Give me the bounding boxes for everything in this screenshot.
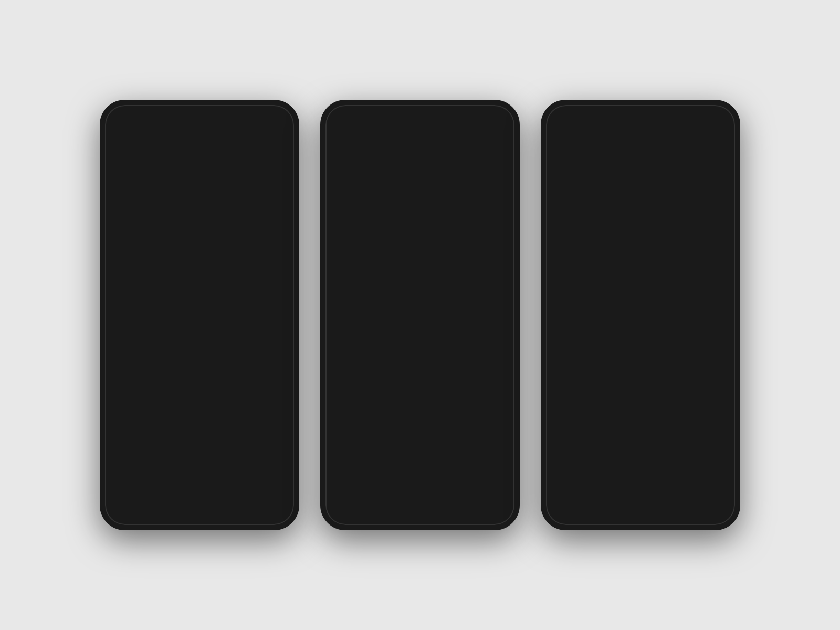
app-mivideo[interactable]: ▶ Mi Видео xyxy=(696,121,731,186)
app-settings[interactable]: ⚙️ Настройки xyxy=(332,277,365,326)
app-rustore[interactable]: Ru RuStore xyxy=(696,324,731,395)
app-xiaomi-service[interactable]: Mi+ Xiaomi Service+ xyxy=(586,187,622,257)
dock-3-messages[interactable]: 💬 xyxy=(585,478,612,505)
microphone-icon[interactable]: 🎤 xyxy=(468,200,479,210)
app-conductor[interactable]: 📁 Проводник xyxy=(623,324,658,395)
app-ozon[interactable]: OZON OZON xyxy=(659,187,695,257)
mtc-label: Мой МТС xyxy=(666,353,687,359)
app-sber[interactable]: 🏦 2 СберБанк xyxy=(586,258,622,323)
themes-icon: 🖌 xyxy=(478,236,505,264)
app-clock[interactable]: ⏰ Часы xyxy=(623,121,658,186)
security-icon: 🛡 xyxy=(371,280,398,308)
app-youtube[interactable]: YouTube xyxy=(403,277,437,326)
mistore-icon: Mi xyxy=(628,189,653,214)
app-calc[interactable]: = Калькулятор xyxy=(550,121,585,186)
miui-icon xyxy=(555,189,581,214)
notes-icon: 📝 xyxy=(664,123,689,148)
app-themes[interactable]: 🖌 Темы xyxy=(475,233,508,275)
search-bar[interactable]: G 🎤 xyxy=(336,192,504,217)
svg-line-1 xyxy=(491,206,493,207)
app-disk[interactable]: ☁ Диск xyxy=(659,258,695,323)
mivideo-label: Mi Видео xyxy=(703,150,723,155)
svg-point-0 xyxy=(488,202,492,206)
phone-1-screen: ✦ ▲▲▲ ▲ 56% 15 41 02 Май Четверг 📷 xyxy=(105,105,294,525)
app-notes[interactable]: 📝 Заметки xyxy=(659,121,695,186)
yama-icon xyxy=(555,398,581,423)
signal-icon-2: ▲▲▲ xyxy=(474,109,488,114)
settings-icon: ⚙️ xyxy=(335,280,362,308)
rustore-label: RuStore xyxy=(705,353,722,359)
notes-label: Заметки xyxy=(668,150,686,155)
weather-icon: 🌤 xyxy=(335,236,362,264)
miui-theme-icon: 🎨 xyxy=(700,260,726,286)
wb-icon: WB xyxy=(700,189,726,214)
signal-icon: ▲▲▲ xyxy=(244,121,259,127)
app-wb[interactable]: WB Wildberries xyxy=(696,187,731,257)
app-google[interactable]: Google xyxy=(550,258,585,323)
gallery-label: Галерея xyxy=(374,266,394,272)
app-music[interactable]: 🎵 Музыка xyxy=(439,233,472,275)
mihome-label: Mi Home xyxy=(631,287,650,293)
notification-icons: ● □ ▷ ··· xyxy=(334,109,351,114)
ytmusic-icon: ♫ xyxy=(555,327,581,352)
dock-camera[interactable]: 📷 xyxy=(421,478,448,505)
mail-icon: 📧 xyxy=(442,280,469,308)
status-notifications-3: 🔋 56% xyxy=(711,109,728,114)
home-bar xyxy=(388,519,452,521)
camera-shortcut-icon[interactable]: 📷 xyxy=(265,486,278,499)
dot-2 xyxy=(422,332,425,335)
dock-messages[interactable]: 💬 xyxy=(364,478,392,505)
dock-3-telegram[interactable]: ✈️ 1 xyxy=(697,478,724,505)
app-yama[interactable]: Яма xyxy=(550,396,585,461)
wb-label: Wildberries xyxy=(701,216,725,222)
google-lens-icon[interactable] xyxy=(483,197,498,212)
translate-label: Переводчик xyxy=(405,266,434,272)
phone-3-appdrawer: 15:42 🔋 56% = Калькулятор Четверг xyxy=(541,100,740,530)
dock-3-whatsapp[interactable]: 📱 xyxy=(669,478,696,505)
home-button[interactable] xyxy=(184,472,215,504)
themes-label: Темы xyxy=(485,266,498,272)
mtc-icon: МТС xyxy=(664,327,689,352)
dock-phone[interactable]: 📞 xyxy=(337,478,364,505)
photoshop-icon: Ps xyxy=(592,327,617,352)
google-label: Google xyxy=(560,287,575,293)
lock-date: 02 Май Четверг xyxy=(171,356,227,385)
telegram-badge: 1 xyxy=(497,476,506,484)
dock-3-opera[interactable]: O xyxy=(613,478,640,505)
app-ytmusic[interactable]: ♫ YT Music xyxy=(550,324,585,395)
conductor-label: Проводник xyxy=(628,353,652,359)
battery-icon: 56% xyxy=(268,121,278,127)
conductor-icon: 📁 xyxy=(628,327,653,352)
sber-badge: 2 xyxy=(611,258,619,267)
app-xiaomi-comm[interactable]: Mi Xiaomi Comm... xyxy=(475,277,508,326)
wifi-icon: ▲ xyxy=(261,121,266,127)
app-security[interactable]: 🛡 Безопасность xyxy=(368,277,401,326)
calendar-label: Календарь xyxy=(592,150,616,155)
xiaomi-comm-label: Xiaomi Comm... xyxy=(476,310,507,322)
translate-icon: G⇔ xyxy=(406,236,434,264)
page-indicator xyxy=(326,332,514,335)
dock-whatsapp[interactable]: 📱 xyxy=(448,478,476,505)
app-mistore[interactable]: Mi Mi Store xyxy=(623,187,658,257)
phone-3-screen: 15:42 🔋 56% = Калькулятор Четверг xyxy=(546,105,735,525)
app-mail[interactable]: 📧 Почта Mail.ru xyxy=(439,277,472,326)
app-weather[interactable]: 🌤 Погода xyxy=(332,233,365,275)
mail-label: Почта Mail.ru xyxy=(440,310,471,322)
app-calendar[interactable]: Четверг 02 Календарь xyxy=(586,121,622,186)
app-translate[interactable]: G⇔ Переводчик xyxy=(403,233,437,275)
dock-telegram[interactable]: ✈️ 1 xyxy=(476,478,503,505)
gallery-icon: 🌅 xyxy=(371,236,398,264)
dot-3-1 xyxy=(636,465,639,468)
app-gallery[interactable]: 🌅 Галерея xyxy=(368,233,401,275)
app-miui[interactable]: MIUI xyxy=(550,187,585,257)
dock-3-camera[interactable]: 📷 xyxy=(641,478,668,505)
youtube-icon xyxy=(406,280,434,308)
app-mtc[interactable]: МТС Мой МТС xyxy=(659,324,695,395)
app-miui-theme[interactable]: 🎨 MIUI Theme... xyxy=(696,258,731,323)
app-mihome[interactable]: 🏠 Mi Home xyxy=(623,258,658,323)
phone-2-homescreen: ● □ ▷ ··· ✦ ▲▲▲ 🔋 56% 15:41 02 Май | Чет… xyxy=(320,100,520,530)
dock-opera[interactable]: O xyxy=(392,478,419,505)
app-photoshop[interactable]: Ps Adobe Photosh... xyxy=(586,324,622,395)
dock-3-phone[interactable]: 📞 xyxy=(557,478,584,505)
calc-label: Калькулятор xyxy=(554,150,582,155)
